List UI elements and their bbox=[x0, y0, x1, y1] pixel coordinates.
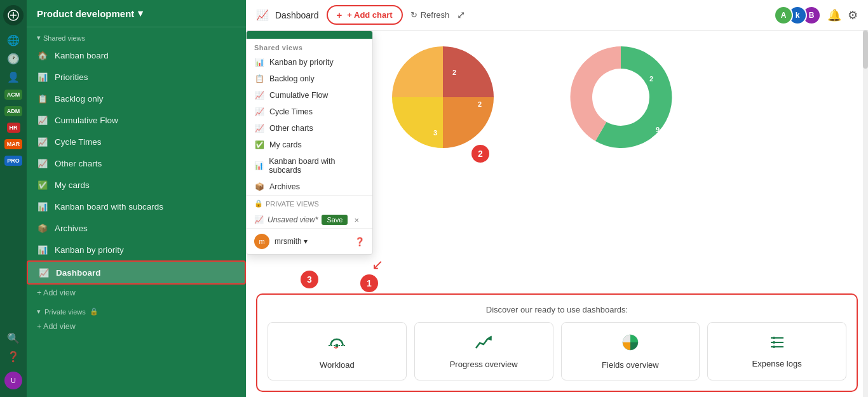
badge-1: 1 bbox=[360, 274, 378, 292]
dropdown-item-other-charts[interactable]: 📈 Other charts bbox=[247, 120, 372, 137]
dropdown-mycards-label: My cards bbox=[269, 140, 302, 149]
add-chart-button[interactable]: + + Add chart bbox=[327, 5, 403, 25]
kanban-priority-icon: 📊 bbox=[37, 244, 48, 255]
refresh-button[interactable]: ↻ Refresh bbox=[410, 10, 450, 20]
dropdown-unsaved-more[interactable]: × bbox=[354, 215, 359, 225]
dashboard-card-workload[interactable]: Workload bbox=[268, 322, 407, 380]
workload-label: Workload bbox=[320, 360, 355, 370]
dropdown-item-cycle-times[interactable]: 📈 Cycle Times bbox=[247, 104, 372, 120]
notification-icon[interactable]: 🔔 bbox=[827, 8, 841, 22]
dropdown-username: mrsmith ▾ bbox=[275, 237, 308, 246]
private-views-label: Private views bbox=[44, 308, 86, 316]
kanban-board-icon: 🏠 bbox=[37, 50, 48, 61]
expense-logs-label: Expense logs bbox=[752, 359, 802, 368]
dropdown-help-icon[interactable]: ❓ bbox=[355, 237, 365, 246]
nav-pro-badge[interactable]: PRO bbox=[4, 156, 22, 166]
add-view-button[interactable]: + Add view bbox=[27, 285, 246, 301]
dropdown-backlog-icon: 📋 bbox=[254, 74, 264, 83]
sidebar-item-my-cards[interactable]: ✅ My cards bbox=[27, 174, 246, 196]
dropdown-save-button[interactable]: Save bbox=[322, 215, 348, 225]
dropdown-unsaved-row: 📈 Unsaved view* Save × bbox=[247, 212, 372, 228]
progress-overview-icon bbox=[475, 334, 492, 353]
fullscreen-button[interactable]: ⤢ bbox=[457, 9, 465, 21]
dashboard-cards-row: Workload Progress overview bbox=[268, 322, 846, 380]
other-charts-label: Other charts bbox=[55, 159, 102, 168]
nav-globe-icon[interactable]: 🌐 bbox=[7, 34, 20, 46]
sidebar-item-kanban-subcards[interactable]: 📊 Kanban board with subcards bbox=[27, 196, 246, 217]
nav-avatar[interactable]: U bbox=[4, 372, 22, 389]
dropdown-item-kanban-subcards[interactable]: 📊 Kanban board with subcards bbox=[247, 153, 372, 178]
nav-adm-badge[interactable]: ADM bbox=[4, 106, 23, 116]
topbar-left: 📈 Dashboard + + Add chart ↻ Refresh ⤢ bbox=[256, 5, 766, 25]
dropdown-cycle-label: Cycle Times bbox=[269, 107, 313, 116]
scrollbar-thumb[interactable] bbox=[863, 30, 868, 69]
kanban-priority-label: Kanban by priority bbox=[55, 245, 124, 255]
sidebar-item-backlog-only[interactable]: 📋 Backlog only bbox=[27, 88, 246, 109]
nav-hr-badge[interactable]: HR bbox=[7, 123, 20, 133]
refresh-label: Refresh bbox=[421, 10, 450, 20]
project-title[interactable]: Product development ▾ bbox=[37, 8, 143, 19]
dropdown-kanban-priority-icon: 📊 bbox=[254, 58, 264, 67]
nav-mar-badge[interactable]: MAR bbox=[4, 139, 23, 149]
dropdown-archives-icon: 📦 bbox=[254, 182, 264, 191]
progress-overview-label: Progress overview bbox=[450, 360, 518, 369]
dropdown-shared-label: Shared views bbox=[247, 39, 372, 54]
sidebar-item-archives[interactable]: 📦 Archives bbox=[27, 217, 246, 239]
kanban-subcards-label: Kanban board with subcards bbox=[55, 202, 163, 212]
badge-3: 3 bbox=[301, 271, 318, 288]
dropdown-item-my-cards[interactable]: ✅ My cards bbox=[247, 137, 372, 153]
dashboard-bottom-section: 1 ↙ 3 Discover our ready to use dashboar… bbox=[246, 288, 868, 397]
dashboard-card-progress-overview[interactable]: Progress overview bbox=[414, 322, 553, 380]
sidebar: Product development ▾ ▾ Shared views 🏠 K… bbox=[27, 0, 246, 397]
priorities-icon: 📊 bbox=[37, 71, 48, 83]
dropdown-item-kanban-priority[interactable]: 📊 Kanban by priority bbox=[247, 54, 372, 71]
sidebar-item-cumulative-flow[interactable]: 📈 Cumulative Flow bbox=[27, 109, 246, 131]
dashboard-card-fields-overview[interactable]: Fields overview bbox=[561, 322, 700, 380]
dropdown-item-cumulative-flow[interactable]: 📈 Cumulative Flow bbox=[247, 87, 372, 104]
sidebar-item-kanban-board[interactable]: 🏠 Kanban board bbox=[27, 44, 246, 66]
dropdown-menu: Shared views 📊 Kanban by priority 📋 Back… bbox=[246, 30, 373, 255]
sidebar-item-kanban-priority[interactable]: 📊 Kanban by priority bbox=[27, 239, 246, 260]
private-add-view-button[interactable]: + Add view bbox=[27, 318, 246, 335]
nav-help-icon[interactable]: ❓ bbox=[7, 351, 20, 363]
dropdown-lock-icon: 🔒 bbox=[254, 199, 263, 208]
sidebar-item-dashboard[interactable]: 📈 Dashboard bbox=[27, 260, 246, 285]
shared-views-section: ▾ Shared views bbox=[27, 27, 246, 44]
avatar-group: A k B bbox=[774, 6, 821, 25]
nav-search-icon[interactable]: 🔍 bbox=[7, 332, 20, 344]
svg-text:9: 9 bbox=[656, 126, 660, 133]
logo-icon[interactable] bbox=[3, 5, 24, 25]
my-cards-icon: ✅ bbox=[37, 179, 48, 191]
private-add-view-label: + Add view bbox=[37, 322, 76, 331]
dropdown-item-archives[interactable]: 📦 Archives bbox=[247, 178, 372, 195]
add-chart-label: + Add chart bbox=[347, 10, 392, 20]
svg-point-14 bbox=[773, 346, 775, 348]
sidebar-item-priorities[interactable]: 📊 Priorities bbox=[27, 66, 246, 88]
topbar: 📈 Dashboard + + Add chart ↻ Refresh ⤢ A … bbox=[246, 0, 868, 30]
backlog-only-icon: 📋 bbox=[37, 93, 48, 104]
nav-acm-badge[interactable]: ACM bbox=[4, 90, 23, 100]
svg-point-4 bbox=[592, 69, 649, 126]
dropdown-other-icon: 📈 bbox=[254, 124, 264, 133]
fields-overview-label: Fields overview bbox=[602, 360, 659, 370]
dropdown-cumulative-icon: 📈 bbox=[254, 91, 264, 100]
dashboard-card-expense-logs[interactable]: Expense logs bbox=[707, 322, 846, 380]
sidebar-header: Product development ▾ bbox=[27, 0, 246, 27]
fields-overview-icon bbox=[621, 333, 639, 354]
topbar-right: A k B 🔔 ⚙ bbox=[774, 6, 858, 25]
sidebar-item-other-charts[interactable]: 📈 Other charts bbox=[27, 152, 246, 174]
kanban-board-label: Kanban board bbox=[55, 51, 109, 60]
dropdown-cycle-icon: 📈 bbox=[254, 107, 264, 116]
dropdown-other-label: Other charts bbox=[269, 124, 313, 133]
dropdown-kanban-priority-label: Kanban by priority bbox=[269, 58, 334, 67]
nav-clock-icon[interactable]: 🕐 bbox=[7, 53, 20, 65]
dropdown-user-avatar: m bbox=[254, 234, 269, 249]
sidebar-item-cycle-times[interactable]: 📈 Cycle Times bbox=[27, 131, 246, 152]
project-title-arrow: ▾ bbox=[138, 8, 143, 19]
settings-icon[interactable]: ⚙ bbox=[848, 8, 858, 22]
avatar-1[interactable]: A bbox=[774, 6, 793, 25]
svg-point-12 bbox=[773, 337, 775, 339]
private-arrow: ▾ bbox=[37, 307, 41, 316]
nav-user-icon[interactable]: 👤 bbox=[7, 71, 20, 83]
dropdown-item-backlog-only[interactable]: 📋 Backlog only bbox=[247, 71, 372, 87]
